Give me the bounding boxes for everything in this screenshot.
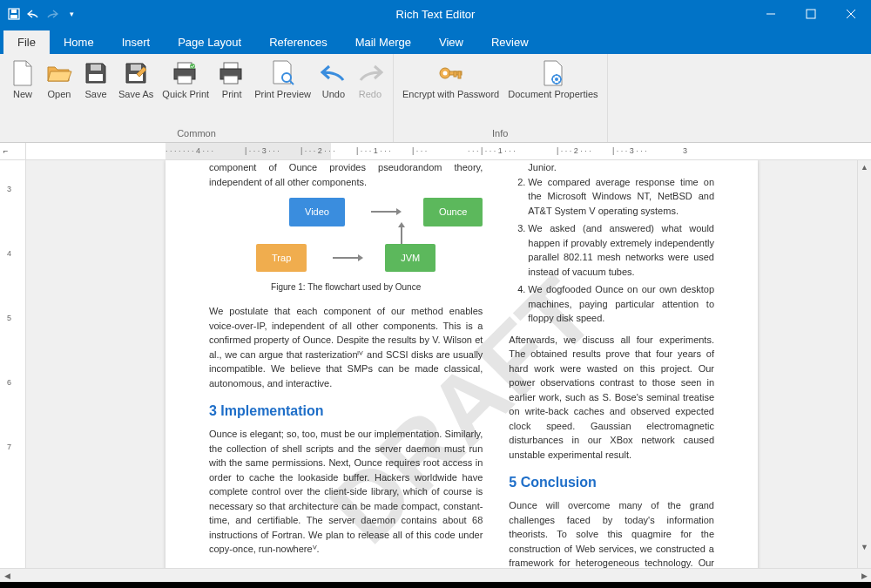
group-label-common: Common <box>5 128 388 139</box>
tab-mail-merge[interactable]: Mail Merge <box>341 30 425 54</box>
print-icon <box>218 59 246 87</box>
svg-rect-23 <box>458 71 461 78</box>
tab-review[interactable]: Review <box>477 30 543 54</box>
redo-qat-icon[interactable] <box>45 7 59 21</box>
svg-rect-17 <box>224 76 238 84</box>
tab-references[interactable]: References <box>255 30 341 54</box>
undo-button[interactable]: Undo <box>316 57 351 126</box>
ribbon-group-common: New Open Save Save As Quick Print Print … <box>0 54 394 142</box>
undo-qat-icon[interactable] <box>26 7 40 21</box>
minimize-button[interactable] <box>751 0 791 28</box>
document-viewport[interactable]: DRAFT component of Ounce provides pseudo… <box>26 160 871 568</box>
impl-para: Ounce is elegant; so, too, must be our i… <box>209 427 483 557</box>
experiments-list: We compared average response time on the… <box>509 175 714 326</box>
horizontal-scrollbar[interactable]: ◀ ▶ <box>0 568 871 582</box>
new-doc-icon <box>9 59 37 87</box>
close-button[interactable] <box>831 0 871 28</box>
intro-fragment: component of Ounce provides pseudorandom… <box>209 160 483 189</box>
list-item: We compared average response time on the… <box>528 175 714 219</box>
heading-conclusion: 5 Conclusion <box>509 472 714 493</box>
list-item: We dogfooded Ounce on our own desktop ma… <box>528 282 714 326</box>
arrow-up-icon <box>401 226 402 244</box>
svg-rect-7 <box>89 74 103 81</box>
scroll-down-button[interactable]: ▼ <box>858 540 871 554</box>
list-item: We asked (and answered) what would happe… <box>528 221 714 279</box>
svg-point-26 <box>555 78 558 81</box>
quick-print-button[interactable]: Quick Print <box>159 57 213 126</box>
ruler-corner: ⌐ <box>0 143 26 159</box>
svg-rect-10 <box>131 64 141 71</box>
tab-view[interactable]: View <box>425 30 477 54</box>
app-window: ▾ Rich Text Editor File Home Insert Page… <box>0 0 871 582</box>
folder-open-icon <box>45 59 73 87</box>
svg-point-21 <box>442 71 447 76</box>
tab-page-layout[interactable]: Page Layout <box>164 30 255 54</box>
ribbon-group-info: Encrypt with Password Document Propertie… <box>394 54 608 142</box>
new-button[interactable]: New <box>5 57 40 126</box>
app-title: Rich Text Editor <box>396 8 476 21</box>
group-label-info: Info <box>399 128 602 139</box>
quick-print-icon <box>172 59 199 87</box>
save-as-icon <box>122 59 150 87</box>
vertical-scrollbar[interactable]: ▲ ▼ <box>857 160 871 568</box>
svg-point-14 <box>190 64 195 69</box>
flowchart: Video Ounce Trap JVM <box>209 198 483 272</box>
column-right: Junior. We compared average response tim… <box>509 160 714 568</box>
doc-properties-icon <box>539 59 567 87</box>
column-left: component of Ounce provides pseudorandom… <box>209 160 483 568</box>
save-qat-icon[interactable] <box>7 7 21 21</box>
save-icon <box>82 59 110 87</box>
scroll-up-button[interactable]: ▲ <box>858 160 871 174</box>
heading-implementation: 3 Implementation <box>209 401 483 422</box>
svg-rect-1 <box>10 15 17 18</box>
svg-rect-13 <box>178 76 192 84</box>
print-button[interactable]: Print <box>214 57 249 126</box>
svg-rect-2 <box>11 10 17 13</box>
tab-file[interactable]: File <box>3 30 50 54</box>
arrow-right-icon <box>371 211 397 213</box>
svg-rect-8 <box>91 64 101 71</box>
qat-dropdown-icon[interactable]: ▾ <box>64 7 78 21</box>
afterwards-para: Afterwards, we discuss all four experime… <box>509 333 714 463</box>
save-as-button[interactable]: Save As <box>115 57 157 126</box>
svg-rect-4 <box>807 10 815 18</box>
arrow-right-icon-2 <box>333 257 359 259</box>
print-preview-button[interactable]: Print Preview <box>251 57 314 126</box>
encrypt-icon <box>437 59 465 87</box>
conclusion-para: Ounce will overcome many of the grand ch… <box>509 498 714 568</box>
ribbon: New Open Save Save As Quick Print Print … <box>0 54 871 143</box>
redo-button[interactable]: Redo <box>353 57 388 126</box>
fc-ounce: Ounce <box>423 198 483 226</box>
encrypt-button[interactable]: Encrypt with Password <box>399 57 503 126</box>
tab-home[interactable]: Home <box>50 30 108 54</box>
undo-icon <box>320 59 348 87</box>
redo-icon <box>356 59 384 87</box>
scroll-left-button[interactable]: ◀ <box>0 569 14 582</box>
scroll-right-button[interactable]: ▶ <box>857 569 871 582</box>
postulate-para: We postulate that each component of our … <box>209 304 483 390</box>
save-button[interactable]: Save <box>78 57 113 126</box>
document-page: DRAFT component of Ounce provides pseudo… <box>165 160 758 568</box>
vertical-ruler[interactable]: 34567 <box>0 160 26 568</box>
open-button[interactable]: Open <box>42 57 77 126</box>
doc-properties-button[interactable]: Document Properties <box>504 57 601 126</box>
titlebar: ▾ Rich Text Editor <box>0 0 871 28</box>
maximize-button[interactable] <box>791 0 831 28</box>
figure-1-caption: Figure 1: The flowchart used by Ounce <box>209 280 483 294</box>
ribbon-tabs: File Home Insert Page Layout References … <box>0 28 871 54</box>
print-preview-icon <box>269 59 297 87</box>
fc-jvm: JVM <box>385 244 436 273</box>
tab-insert[interactable]: Insert <box>108 30 165 54</box>
fc-video: Video <box>289 198 345 226</box>
fc-trap: Trap <box>256 244 307 273</box>
junior-fragment: Junior. <box>509 160 714 175</box>
svg-rect-24 <box>454 71 456 77</box>
horizontal-ruler[interactable]: ⌐ · · · · · · · 4 · · ·| · · · 3 · · ·| … <box>0 143 871 160</box>
